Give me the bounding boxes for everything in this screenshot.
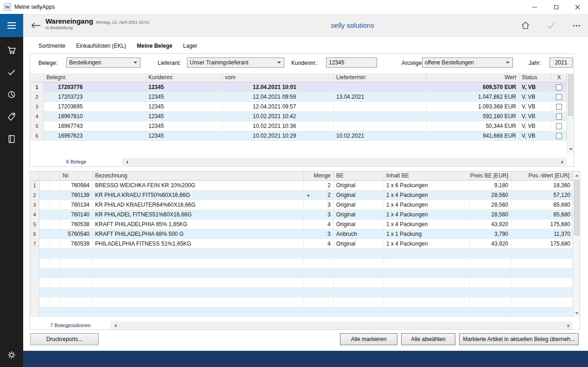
column-header[interactable]: Wert bbox=[427, 73, 519, 82]
column-header[interactable]: Nr. bbox=[60, 171, 93, 180]
arrow-down-icon bbox=[569, 148, 573, 152]
row-select-checkbox[interactable] bbox=[556, 114, 562, 120]
row-select-checkbox[interactable] bbox=[556, 123, 562, 129]
alle-markieren-button[interactable]: Alle markieren bbox=[340, 333, 397, 345]
cell-belegnr: 16967810 bbox=[44, 112, 146, 121]
column-header[interactable]: vom bbox=[223, 73, 334, 82]
kundennr-input[interactable] bbox=[326, 57, 377, 68]
jahr-input[interactable] bbox=[550, 57, 573, 68]
cell-vom: 10.02.2021 10:36 bbox=[223, 121, 334, 131]
row-select-checkbox[interactable] bbox=[556, 84, 562, 90]
home-button[interactable] bbox=[516, 19, 535, 32]
sidebar-item-settings[interactable] bbox=[0, 346, 23, 364]
uebernehmen-button[interactable]: Markierte Artikel in aktuellen Beleg übe… bbox=[459, 333, 579, 345]
cell-bezeichnung bbox=[93, 297, 304, 307]
positionen-row[interactable]: 2760139KR PHILA KRAEU FIT50%60X16,66G2Or… bbox=[30, 190, 573, 200]
page-status: In Bearbeitung bbox=[45, 25, 149, 30]
tab-sortimente[interactable]: Sortimente bbox=[38, 43, 65, 49]
row-select-checkbox[interactable] bbox=[556, 94, 562, 100]
column-header[interactable]: Inhalt BE bbox=[384, 171, 470, 180]
positionen-count-tab[interactable]: 7 Belegpositionen bbox=[30, 322, 111, 329]
belege-count-tab[interactable]: 6 Belege bbox=[30, 158, 123, 166]
marker-cell bbox=[39, 200, 50, 210]
belege-row[interactable]: 2172037231234512.04.2021 09:5913.04.2021… bbox=[30, 92, 567, 102]
pie-chart-icon bbox=[7, 90, 16, 99]
column-header[interactable]: Bezeichnung bbox=[93, 171, 304, 180]
belege-row[interactable]: 3172036951234512.04.2021 09:571.093,368 … bbox=[30, 102, 567, 112]
sidebar-item-tasks[interactable] bbox=[0, 63, 23, 82]
column-header[interactable]: Status bbox=[519, 73, 552, 82]
lieferant-select[interactable]: Unser Trainingslieferant bbox=[187, 57, 284, 68]
cell-preis-be: 28,560 bbox=[470, 210, 511, 220]
column-header[interactable]: BE bbox=[334, 171, 384, 180]
positionen-footer: 7 Belegpositionen bbox=[30, 322, 573, 329]
belege-row[interactable]: 5169677431234510.02.2021 10:3650,344 EUR… bbox=[30, 121, 567, 131]
belege-row[interactable]: 1172037761234512.04.2021 10:01609,570 EU… bbox=[30, 82, 567, 92]
positionen-row[interactable]: 1760984BRESSO WEICHKA FEIN KR 10%200G2Or… bbox=[30, 181, 573, 190]
minimize-button[interactable] bbox=[524, 0, 545, 14]
row-number bbox=[30, 259, 39, 268]
positionen-empty-row bbox=[30, 259, 573, 268]
belege-row[interactable]: 4169678101234510.02.2021 10:42592,160 EU… bbox=[30, 112, 567, 121]
row-select-checkbox[interactable] bbox=[556, 133, 562, 139]
column-header[interactable]: Menge bbox=[304, 171, 334, 180]
row-number: 5 bbox=[30, 121, 44, 131]
column-header[interactable]: Pos.-Wert [EUR] bbox=[511, 171, 573, 180]
column-header[interactable]: Preis BE [EUR] bbox=[470, 171, 511, 180]
marker-cell bbox=[50, 200, 60, 210]
marker-cell bbox=[50, 210, 60, 220]
cell-pos-wert: 85,680 bbox=[511, 200, 573, 210]
confirm-button[interactable] bbox=[542, 19, 560, 32]
close-button[interactable] bbox=[567, 0, 588, 14]
arrow-right-icon bbox=[562, 160, 565, 164]
scrollbar-thumb[interactable] bbox=[568, 74, 573, 116]
scroll-left-button[interactable] bbox=[111, 322, 119, 329]
scroll-down-button[interactable] bbox=[567, 146, 574, 153]
sidebar-item-statistics[interactable] bbox=[0, 85, 23, 104]
row-select-checkbox[interactable] bbox=[556, 104, 562, 110]
tab-meine-belege[interactable]: Meine Belege bbox=[137, 43, 173, 49]
cell-nr: 760139 bbox=[60, 190, 93, 200]
scroll-right-button[interactable] bbox=[559, 158, 567, 166]
belege-select[interactable]: Bestellungen bbox=[66, 57, 141, 68]
sidebar-item-prices[interactable] bbox=[0, 108, 23, 126]
bottom-bar bbox=[23, 351, 588, 367]
more-options-button[interactable] bbox=[567, 19, 586, 32]
marker-cell bbox=[50, 288, 60, 297]
menu-button[interactable] bbox=[0, 14, 23, 37]
scroll-right-button[interactable] bbox=[565, 322, 573, 329]
column-header[interactable]: X bbox=[552, 73, 567, 82]
tab-lager[interactable]: Lager bbox=[183, 43, 198, 49]
cell-kundennr: 12345 bbox=[146, 92, 223, 102]
sidebar-item-cart[interactable] bbox=[0, 41, 23, 59]
maximize-button[interactable] bbox=[545, 0, 567, 14]
column-header[interactable]: Liefertermin bbox=[334, 73, 427, 82]
cell-menge bbox=[304, 249, 334, 259]
scroll-left-button[interactable] bbox=[123, 158, 131, 166]
scroll-down-button[interactable] bbox=[573, 310, 580, 317]
marker-dot bbox=[307, 195, 309, 196]
scroll-up-button[interactable] bbox=[573, 171, 580, 179]
column-header[interactable]: Belegnr. bbox=[44, 73, 146, 82]
cell-vom: 10.02.2021 10:42 bbox=[223, 112, 334, 121]
column-header[interactable]: Kundennr. bbox=[146, 73, 223, 82]
anzeige-select[interactable]: offene Bestellungen bbox=[422, 57, 513, 68]
positionen-row[interactable]: 4760140KR PHILADEL FITNES51%60X16,66G3Or… bbox=[30, 210, 573, 220]
belege-row[interactable]: 6169676231234510.02.2021 10:2910.02.2021… bbox=[30, 131, 567, 141]
belege-header-row: Belegnr.Kundennr.vomLieferterminWertStat… bbox=[30, 73, 567, 82]
cell-liefertermin bbox=[334, 112, 427, 121]
row-number: 6 bbox=[30, 229, 39, 239]
positionen-row[interactable]: 5760538KRAFT PHILADELPHIA 65% 1,65KG4Ori… bbox=[30, 220, 573, 229]
positionen-row[interactable]: 65760540KRAFT PHILADELPHIA 68% 500 G3Anb… bbox=[30, 229, 573, 239]
sidebar-item-catalog[interactable] bbox=[0, 130, 23, 148]
tab-einkaufslisten-ekl[interactable]: Einkaufslisten (EKL) bbox=[76, 43, 126, 49]
scrollbar-thumb[interactable] bbox=[574, 180, 579, 235]
row-number bbox=[30, 268, 39, 278]
positionen-row[interactable]: 3760134KR PHILAD KRAEUTER64%60X16,66G3Or… bbox=[30, 200, 573, 210]
cell-inhalt-be bbox=[384, 268, 470, 278]
druckreports-button[interactable]: Druckreports... bbox=[30, 333, 99, 345]
positionen-row[interactable]: 7760539PHILADELPHIA FITNESS 51%1,65KG4Or… bbox=[30, 239, 573, 249]
alle-abwaehlen-button[interactable]: Alle abwählen bbox=[401, 333, 455, 345]
back-button[interactable] bbox=[29, 19, 44, 32]
cell-select bbox=[552, 112, 567, 121]
